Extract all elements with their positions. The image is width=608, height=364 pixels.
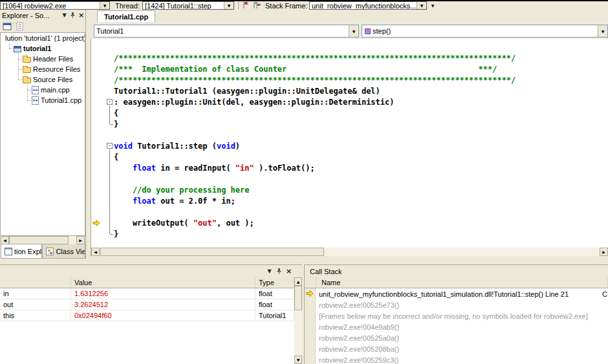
scrollbar-thumb[interactable] — [100, 248, 324, 256]
panel-title: Explorer - So... — [2, 12, 60, 19]
solution-explorer-titlebar[interactable]: Explorer - So... ▼ × — [0, 10, 85, 21]
properties-window-button[interactable] — [1, 21, 13, 32]
doc-tab-label: Tutorial1.cpp — [104, 13, 148, 21]
watch-row[interactable]: out3.2624512float — [0, 299, 294, 310]
members-dropdown[interactable]: step() ▼ — [362, 25, 608, 37]
tree-item-label: Tutorial1.cpp — [41, 96, 81, 104]
types-dropdown[interactable]: Tutorial1 ▼ — [94, 25, 359, 37]
scroll-right-icon[interactable]: ▶ — [600, 248, 608, 256]
name-column-header[interactable] — [0, 277, 71, 288]
chevron-down-icon[interactable]: ▼ — [224, 2, 233, 9]
thread-combo[interactable]: [1424] Tutorial1::step ▼ — [142, 1, 234, 10]
type-column-header[interactable]: Type — [255, 277, 294, 288]
watch-name: in — [0, 288, 71, 299]
tree-item[interactable]: Resource Files — [1, 64, 85, 74]
callstack-frame[interactable]: robview2.exe!005259c3() — [305, 354, 608, 364]
code-editor[interactable]: /***************************************… — [91, 39, 608, 248]
scroll-down-icon[interactable]: ▼ — [294, 356, 302, 364]
callstack-frame[interactable]: robview2.exe!00525a0a() — [305, 332, 608, 343]
auto-hide-pin-button[interactable] — [69, 11, 77, 19]
code-line: void Tutorial1::step (void) — [114, 141, 608, 152]
watch-value: 1.6312256 — [71, 288, 255, 299]
close-button[interactable]: × — [285, 267, 293, 275]
cpp-icon — [32, 86, 39, 94]
stack-frame-combo[interactable]: unit_robview_myfunctionblocks... ▼ — [309, 1, 427, 10]
code-area[interactable]: /***************************************… — [91, 39, 608, 248]
auto-hide-pin-button[interactable] — [275, 267, 283, 275]
code-line: //do your processing here — [114, 185, 608, 196]
thread-label: Thread: — [115, 2, 140, 10]
code-line — [114, 174, 608, 185]
scroll-left-icon[interactable]: ◀ — [91, 248, 100, 256]
gutter-column-header — [305, 277, 316, 288]
flags-icon — [253, 1, 261, 10]
tab-tutorial1-cpp[interactable]: Tutorial1.cpp — [97, 10, 155, 22]
debug-location-toolbar: [1064] robview2.exe ▼ Thread: [1424] Tut… — [0, 0, 608, 10]
toolbar-options-button[interactable]: ▼ — [428, 1, 437, 10]
vs-ide-window: [1064] robview2.exe ▼ Thread: [1424] Tut… — [0, 0, 608, 364]
scroll-up-icon[interactable]: ▲ — [294, 277, 302, 286]
cpp-icon — [32, 96, 39, 105]
chevron-down-icon[interactable]: ▼ — [598, 25, 607, 37]
tab-solution-explorer[interactable]: tion Expl... — [1, 244, 42, 259]
fold-collapse-box[interactable]: - — [107, 99, 113, 105]
frame-text: [Frames below may be incorrect and/or mi… — [319, 311, 602, 321]
chevron-down-icon[interactable]: ▼ — [100, 2, 109, 9]
tree-guide — [27, 85, 28, 100]
watch-row[interactable]: this0x02494f60Tutorial1 — [0, 310, 294, 321]
show-flagged-threads-button[interactable] — [252, 1, 262, 10]
toolbar-grip[interactable] — [237, 2, 239, 9]
tab-class-view[interactable]: Class View — [42, 244, 85, 259]
tree-item[interactable]: Tutorial1.cpp — [1, 95, 85, 105]
code-line: writeOutput( "out", out ); — [114, 218, 608, 229]
folding-margin: -- — [91, 39, 114, 248]
solution-explorer-icon — [5, 248, 12, 255]
window-position-menu-button[interactable]: ▼ — [265, 267, 274, 275]
scrollbar-thumb[interactable] — [294, 286, 302, 310]
close-button[interactable]: × — [77, 11, 85, 19]
tree-item[interactable]: tutorial1 — [1, 43, 85, 54]
show-all-files-button[interactable] — [14, 21, 25, 32]
callstack-frame[interactable]: robview2.exe!00525e73() — [305, 299, 608, 310]
call-stack-titlebar[interactable]: Call Stack — [305, 265, 608, 277]
value-column-header[interactable]: Value — [71, 277, 255, 288]
chevron-down-icon[interactable]: ▼ — [417, 2, 426, 9]
watch-vertical-scrollbar[interactable]: ▲ ▼ — [294, 277, 302, 364]
frame-text: robview2.exe!00525a0a() — [319, 333, 602, 343]
tree-guide — [27, 100, 31, 101]
watch-titlebar[interactable]: ▼ × — [0, 265, 302, 277]
process-combo[interactable]: [1064] robview2.exe ▼ — [0, 1, 110, 10]
method-icon — [365, 28, 371, 34]
fold-collapse-box[interactable]: - — [107, 143, 113, 149]
chevron-down-icon[interactable]: ▼ — [349, 25, 358, 37]
folder-icon — [23, 78, 31, 83]
fold-outline-end — [110, 124, 113, 125]
callstack-frame[interactable]: unit_robview_myfunctionblocks_tutorial1_… — [305, 288, 608, 299]
callstack-frame[interactable]: robview2.exe!004e9ab9() — [305, 321, 608, 332]
watch-value: 0x02494f60 — [71, 310, 255, 321]
editor-horizontal-scrollbar[interactable]: ◀ ▶ — [91, 248, 608, 256]
name-column-header[interactable]: Name — [316, 277, 608, 288]
code-line: /***************************************… — [114, 75, 608, 86]
tree-item[interactable]: lution 'tutorial1' (1 project) — [1, 33, 85, 43]
scroll-right-icon[interactable]: ▶ — [76, 236, 85, 244]
tree-item[interactable]: Source Files — [1, 74, 85, 85]
tree-item-label: Resource Files — [33, 65, 80, 73]
scrollbar-thumb[interactable] — [9, 236, 69, 244]
fold-outline — [109, 149, 110, 234]
code-line: float in = readInput( "in" ).toFloat(); — [114, 163, 608, 174]
tree-item[interactable]: Header Files — [1, 54, 85, 64]
callstack-frame[interactable]: robview2.exe!005208ba() — [305, 343, 608, 354]
callstack-frame[interactable]: [Frames below may be incorrect and/or mi… — [305, 310, 608, 321]
tree-horizontal-scrollbar[interactable]: ◀ ▶ — [1, 236, 85, 244]
watch-row[interactable]: in1.6312256float — [0, 288, 294, 299]
flag-thread-button[interactable] — [241, 1, 251, 10]
watch-panel: ▼ × Value Type in1.6312256floatout3.2624… — [0, 264, 302, 364]
watch-type: float — [255, 288, 294, 299]
scroll-left-icon[interactable]: ◀ — [1, 236, 9, 244]
window-position-menu-button[interactable]: ▼ — [60, 11, 69, 19]
tree-item[interactable]: main.cpp — [1, 85, 85, 95]
current-frame-arrow — [306, 290, 314, 297]
frame-language: C — [602, 289, 608, 299]
folder-icon — [23, 67, 31, 73]
